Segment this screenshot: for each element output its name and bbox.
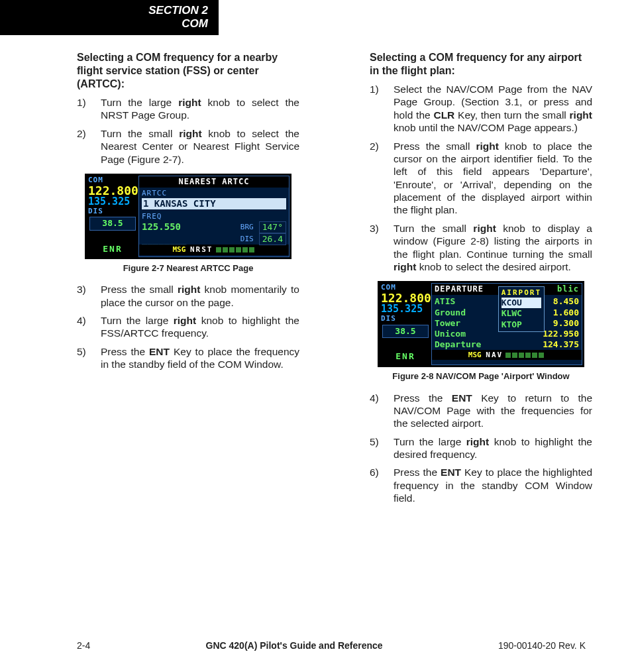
- right-step-2: 2) Press the small right knob to place t…: [370, 140, 592, 217]
- gps-side-panel: COM 122.800 135.325 DIS 38.5 ENR: [380, 283, 431, 365]
- left-step-3: 3) Press the small right knob momentaril…: [77, 283, 299, 309]
- page-footer: 2-4 GNC 420(A) Pilot's Guide and Referen…: [0, 640, 632, 651]
- figure-2-7-gps: COM 122.800 135.325 DIS 38.5 ENR NEAREST…: [85, 174, 291, 259]
- page-number: 2-4: [77, 640, 90, 651]
- step-number: 2): [370, 140, 388, 152]
- footer-title: GNC 420(A) Pilot's Guide and Reference: [206, 640, 383, 651]
- right-step-6: 6) Press the ENT Key to place the highli…: [370, 466, 592, 504]
- left-step-2: 2) Turn the small right knob to select t…: [77, 127, 299, 166]
- gps-main-panel: NEAREST ARTCC ARTCC 1 KANSAS CITY FREQ 1…: [138, 176, 290, 257]
- section-tab: SECTION 2 COM: [0, 0, 219, 35]
- right-step-4: 4) Press the ENT Key to return to the NA…: [370, 392, 592, 430]
- footer-rev: 190-00140-20 Rev. K: [498, 640, 586, 651]
- right-steps-a: 1) Select the NAV/COM Page from the NAV …: [370, 83, 592, 273]
- step-number: 1): [370, 83, 388, 95]
- step-number: 3): [77, 283, 95, 296]
- figure-2-7-caption: Figure 2-7 Nearest ARTCC Page: [77, 263, 299, 274]
- airport-popup: AIRPORT KCOU KLWC KTOP: [498, 286, 545, 332]
- right-step-3: 3) Turn the small right knob to display …: [370, 222, 592, 274]
- left-step-5: 5) Press the ENT Key to place the freque…: [77, 345, 299, 371]
- left-heading: Selecting a COM frequency for a nearby f…: [77, 51, 299, 91]
- left-step-1: 1) Turn the large right knob to select t…: [77, 96, 299, 122]
- content-columns: Selecting a COM frequency for a nearby f…: [0, 35, 632, 513]
- step-number: 2): [77, 127, 95, 140]
- step-number: 5): [370, 435, 388, 448]
- right-heading: Selecting a COM frequency for any airpor…: [370, 51, 592, 78]
- left-step-4: 4) Turn the large right knob to highligh…: [77, 314, 299, 340]
- gps-main-panel: DEPARTURE blic ATIS8.450 Ground1.600 Tow…: [431, 283, 582, 365]
- gps-side-panel: COM 122.800 135.325 DIS 38.5 ENR: [87, 176, 138, 257]
- right-step-5: 5) Turn the large right knob to highligh…: [370, 435, 592, 461]
- section-line1: SECTION 2: [11, 4, 208, 17]
- figure-2-8-gps: COM 122.800 135.325 DIS 38.5 ENR DEPARTU…: [378, 281, 584, 367]
- left-steps-a: 1) Turn the large right knob to select t…: [77, 96, 299, 166]
- step-number: 1): [77, 96, 95, 109]
- left-column: Selecting a COM frequency for a nearby f…: [77, 51, 299, 513]
- left-steps-b: 3) Press the small right knob momentaril…: [77, 283, 299, 370]
- step-number: 5): [77, 345, 95, 358]
- right-steps-b: 4) Press the ENT Key to return to the NA…: [370, 392, 592, 505]
- step-number: 4): [77, 314, 95, 327]
- step-number: 3): [370, 222, 388, 235]
- step-number: 6): [370, 466, 388, 478]
- figure-2-8-caption: Figure 2-8 NAV/COM Page 'Airport' Window: [370, 371, 592, 382]
- right-column: Selecting a COM frequency for any airpor…: [370, 51, 592, 513]
- section-line2: COM: [11, 17, 208, 30]
- step-number: 4): [370, 392, 388, 404]
- right-step-1: 1) Select the NAV/COM Page from the NAV …: [370, 83, 592, 135]
